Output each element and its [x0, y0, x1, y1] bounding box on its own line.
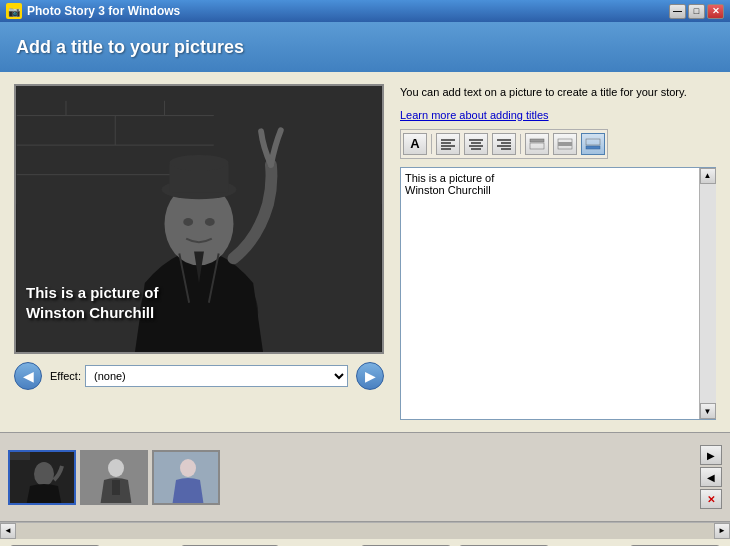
svg-point-15 [205, 218, 215, 226]
close-button[interactable]: ✕ [707, 4, 724, 19]
titlebar: 📷 Photo Story 3 for Windows — □ ✕ [0, 0, 730, 22]
align-right-button[interactable] [492, 133, 516, 155]
svg-rect-32 [586, 139, 600, 145]
prev-image-button[interactable]: ◀ [14, 362, 42, 390]
svg-point-41 [180, 459, 196, 477]
image-container: This is a picture of Winston Churchill [14, 84, 384, 354]
bottom-bar: Help Save Project... < Back Next > Cance… [0, 538, 730, 546]
scroll-track[interactable] [700, 184, 716, 404]
svg-rect-28 [530, 139, 544, 142]
position-middle-button[interactable] [553, 133, 577, 155]
next-image-button[interactable]: ▶ [356, 362, 384, 390]
svg-rect-31 [558, 142, 572, 146]
hscroll-track[interactable] [16, 523, 714, 539]
caption-line2: Winston Churchill [26, 303, 159, 323]
maximize-button[interactable]: □ [688, 4, 705, 19]
text-area-wrapper: This is a picture of Winston Churchill ▲… [400, 167, 716, 421]
hscroll-left-button[interactable]: ◄ [0, 523, 16, 539]
thumbnail-3[interactable] [152, 450, 220, 505]
header-bar: Add a title to your pictures [0, 22, 730, 72]
horizontal-scrollbar: ◄ ► [0, 522, 730, 538]
info-description: You can add text on a picture to create … [400, 84, 716, 101]
separator-2 [520, 134, 521, 154]
thumbnail-2[interactable] [80, 450, 148, 505]
svg-point-38 [108, 459, 124, 477]
caption-line1: This is a picture of [26, 283, 159, 303]
filmstrip-scroll [8, 450, 694, 505]
filmstrip-delete-button[interactable]: ✕ [700, 489, 722, 509]
vertical-scrollbar[interactable]: ▲ ▼ [699, 168, 715, 420]
effect-select[interactable]: (none) [85, 365, 348, 387]
thumbnail-1[interactable] [8, 450, 76, 505]
svg-point-35 [34, 462, 54, 486]
titlebar-title: Photo Story 3 for Windows [27, 4, 669, 18]
nav-row: ◀ Effect: (none) ▶ [14, 362, 384, 390]
separator-1 [431, 134, 432, 154]
scroll-up-button[interactable]: ▲ [700, 168, 716, 184]
main-content: This is a picture of Winston Churchill ◀… [0, 72, 730, 432]
align-center-button[interactable] [464, 133, 488, 155]
effect-label: Effect: [50, 370, 81, 382]
hscroll-right-button[interactable]: ► [714, 523, 730, 539]
left-panel: This is a picture of Winston Churchill ◀… [14, 84, 384, 420]
filmstrip-area: ▶ ◀ ✕ [0, 432, 730, 522]
right-panel: You can add text on a picture to create … [400, 84, 716, 420]
filmstrip-left-button[interactable]: ◀ [700, 467, 722, 487]
position-bottom-button[interactable] [581, 133, 605, 155]
learn-more-link[interactable]: Learn more about adding titles [400, 109, 716, 121]
minimize-button[interactable]: — [669, 4, 686, 19]
svg-rect-29 [530, 143, 544, 149]
filmstrip-controls: ▶ ◀ ✕ [700, 445, 722, 509]
align-left-button[interactable] [436, 133, 460, 155]
svg-rect-39 [112, 480, 120, 495]
filmstrip-right-button[interactable]: ▶ [700, 445, 722, 465]
position-top-button[interactable] [525, 133, 549, 155]
page-title: Add a title to your pictures [16, 37, 244, 58]
svg-rect-33 [586, 146, 600, 149]
title-textarea[interactable]: This is a picture of Winston Churchill [401, 168, 699, 420]
svg-point-14 [183, 218, 193, 226]
caption-overlay: This is a picture of Winston Churchill [26, 283, 159, 322]
app-icon: 📷 [6, 3, 22, 19]
effect-wrapper: Effect: (none) [50, 365, 348, 387]
svg-rect-36 [10, 452, 30, 460]
format-toolbar: A [400, 129, 608, 159]
font-button[interactable]: A [403, 133, 427, 155]
scroll-down-button[interactable]: ▼ [700, 403, 716, 419]
svg-point-13 [169, 155, 228, 171]
titlebar-controls: — □ ✕ [669, 4, 724, 19]
